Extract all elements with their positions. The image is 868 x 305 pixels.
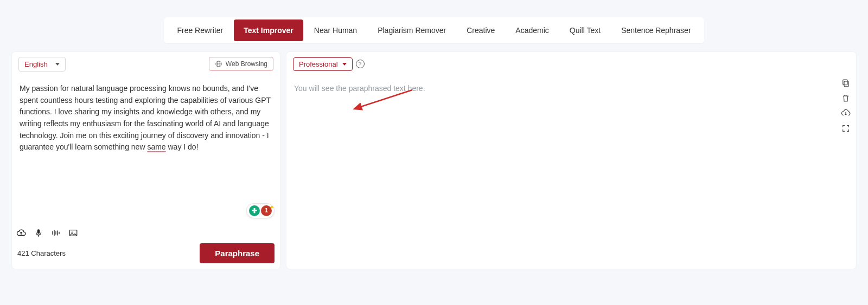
- tone-help-icon[interactable]: ?: [356, 60, 365, 68]
- globe-icon: [215, 60, 222, 68]
- web-browsing-toggle[interactable]: Web Browsing: [209, 57, 273, 71]
- fullscreen-button[interactable]: [841, 124, 851, 133]
- image-icon: [68, 228, 78, 238]
- input-text-prefix: My passion for natural language processi…: [20, 84, 271, 151]
- svg-rect-3: [37, 229, 40, 233]
- svg-rect-13: [843, 80, 847, 85]
- cloud-download-icon: [841, 108, 851, 118]
- tab-near-human[interactable]: Near Human: [304, 20, 367, 41]
- trash-icon: [841, 93, 851, 103]
- microphone-button[interactable]: [34, 228, 43, 238]
- grammar-badge-tray[interactable]: ✚ 1 ✦: [246, 203, 275, 218]
- upload-button[interactable]: [16, 228, 26, 238]
- tab-quill-text[interactable]: Quill Text: [560, 20, 610, 41]
- output-textarea: You will see the paraphrased text here.: [286, 77, 856, 269]
- input-text-suffix: way I do!: [166, 142, 199, 151]
- output-placeholder: You will see the paraphrased text here.: [294, 84, 425, 93]
- audio-wave-button[interactable]: [51, 228, 61, 238]
- tab-text-improver[interactable]: Text Improver: [234, 20, 303, 41]
- chevron-down-icon: [55, 63, 60, 66]
- paraphrase-button[interactable]: Paraphrase: [200, 243, 275, 263]
- svg-point-11: [72, 231, 73, 232]
- svg-rect-12: [844, 81, 848, 87]
- input-textarea[interactable]: My passion for natural language processi…: [12, 77, 280, 224]
- microphone-icon: [34, 228, 43, 238]
- audio-wave-icon: [51, 228, 61, 238]
- input-panel: English Web Browsing My passion for natu…: [12, 52, 280, 269]
- web-browsing-label: Web Browsing: [226, 60, 267, 68]
- language-label: English: [24, 60, 48, 68]
- grammar-shield-icon: ✚: [249, 205, 260, 216]
- image-button[interactable]: [68, 228, 78, 238]
- tab-plagiarism-remover[interactable]: Plagiarism Remover: [368, 20, 456, 41]
- language-select[interactable]: English: [18, 57, 66, 72]
- grammar-suggestion-word[interactable]: same: [147, 142, 165, 151]
- tab-academic[interactable]: Academic: [506, 20, 558, 41]
- tab-free-rewriter[interactable]: Free Rewriter: [167, 20, 233, 41]
- tone-label: Professional: [299, 60, 338, 68]
- premium-star-icon: ✦: [270, 203, 274, 212]
- tab-creative[interactable]: Creative: [457, 20, 505, 41]
- expand-icon: [841, 124, 850, 133]
- tab-sentence-rephraser[interactable]: Sentence Rephraser: [611, 20, 700, 41]
- output-action-rail: [841, 78, 851, 133]
- mode-tabs: Free Rewriter Text Improver Near Human P…: [12, 12, 856, 43]
- delete-button[interactable]: [841, 93, 851, 103]
- char-count: 421 Characters: [17, 249, 66, 257]
- tone-select[interactable]: Professional: [293, 57, 353, 71]
- input-toolbar: [12, 224, 280, 238]
- copy-icon: [841, 78, 851, 88]
- cloud-upload-icon: [16, 228, 26, 238]
- chevron-down-icon: [342, 63, 347, 66]
- grammar-error-count-badge: 1 ✦: [261, 205, 272, 216]
- copy-button[interactable]: [841, 78, 851, 88]
- download-button[interactable]: [841, 108, 851, 118]
- output-panel: Professional ? You will see the paraphra…: [286, 52, 856, 269]
